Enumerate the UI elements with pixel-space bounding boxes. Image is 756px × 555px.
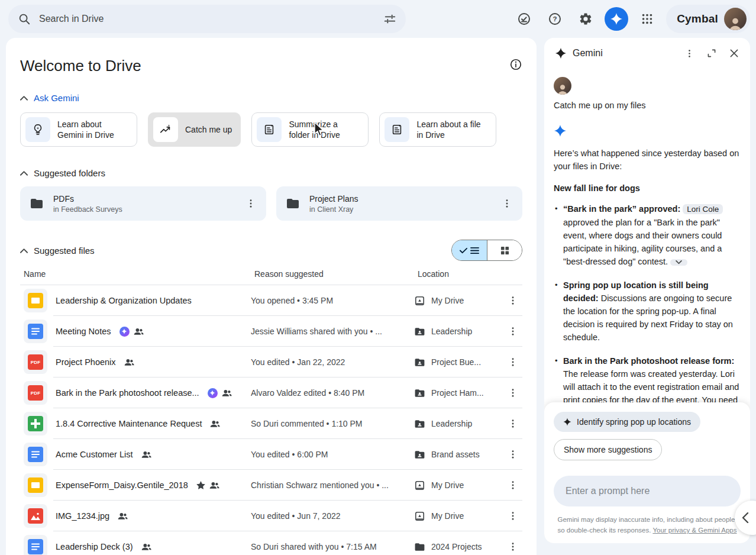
slides-icon — [24, 473, 47, 497]
folder-card-project-plans[interactable]: Project Plans in Client Xray — [276, 186, 522, 221]
file-name: ExpenseForm_Daisy.Gentile_2018 — [56, 480, 188, 490]
gemini-toggle-button[interactable] — [605, 7, 628, 31]
column-header-name[interactable]: Name — [20, 269, 251, 279]
location-label: Project Bue... — [431, 357, 481, 367]
expand-chevron-icon[interactable] — [670, 259, 687, 266]
close-panel-icon[interactable] — [724, 43, 744, 63]
table-row[interactable]: Acme Customer List You edited • 6:00 PM … — [20, 439, 522, 470]
suggested-files-toggle[interactable]: Suggested files — [20, 246, 95, 256]
person-chip[interactable]: Lori Cole — [683, 204, 723, 214]
bullet-lead: “Bark in the park” approved: — [563, 204, 680, 214]
suggestion-chip[interactable]: Identify spring pop up locations — [554, 412, 700, 432]
shared-people-icon — [209, 481, 219, 489]
search-input[interactable] — [39, 14, 383, 24]
file-name: Acme Customer List — [56, 450, 133, 459]
learn-about-file-button[interactable]: Learn about a file in Drive — [379, 112, 496, 147]
file-name: 1.8.4 Corrective Maintenance Request — [56, 419, 202, 428]
table-row[interactable]: Leadership & Organization Updates You op… — [20, 285, 522, 316]
folder-icon — [286, 196, 300, 211]
table-row[interactable]: Meeting Notes Jessie Williams shared wit… — [20, 316, 522, 347]
gemini-disclaimer: Gemini may display inaccurate info, incl… — [554, 515, 741, 536]
reason-suggested: Alvaro Valdez edited • 8:40 PM — [251, 388, 414, 398]
suggested-folders-toggle[interactable]: Suggested folders — [20, 168, 522, 178]
ask-gemini-toggle[interactable]: Ask Gemini — [20, 93, 522, 103]
avatar[interactable] — [724, 8, 747, 30]
my-drive-icon — [414, 480, 425, 491]
shared-people-icon — [141, 543, 151, 551]
info-icon[interactable] — [509, 58, 522, 71]
file-location[interactable]: My Drive — [414, 511, 499, 522]
file-location[interactable]: My Drive — [414, 480, 499, 491]
docs-icon — [24, 535, 47, 555]
table-row[interactable]: Leadership Deck (3) So Duri shared with … — [20, 531, 522, 555]
search-bar[interactable] — [8, 5, 406, 33]
more-options-icon[interactable] — [503, 506, 522, 525]
more-options-icon[interactable] — [503, 445, 522, 464]
svg-text:?: ? — [553, 15, 557, 22]
star-badge-icon — [196, 481, 205, 489]
more-options-icon[interactable] — [503, 353, 522, 372]
file-location[interactable]: 2024 Projects — [414, 541, 499, 553]
column-header-reason[interactable]: Reason suggested — [251, 269, 414, 279]
file-location[interactable]: My Drive — [414, 295, 499, 306]
table-row[interactable]: 1.8.4 Corrective Maintenance Request So … — [20, 408, 522, 439]
bullet-lead: Bark in the Park photoshoot release form… — [563, 356, 734, 366]
table-row[interactable]: IMG_1234.jpg You edited • Jun 7, 2022 My… — [20, 501, 522, 531]
list-view-button[interactable] — [452, 240, 487, 260]
drive-main-panel: Welcome to Drive Ask Gemini Learn about … — [6, 38, 537, 555]
file-location[interactable]: Project Bue... — [414, 357, 499, 368]
column-header-location[interactable]: Location — [414, 269, 499, 279]
gemini-bullet: Spring pop up location is still being de… — [554, 279, 741, 344]
apps-grid-icon[interactable] — [635, 7, 659, 31]
reason-suggested: You edited • Jun 7, 2022 — [251, 511, 414, 521]
gemini-spark-icon — [555, 47, 567, 59]
more-options-icon[interactable] — [503, 291, 522, 310]
expand-panel-icon[interactable] — [702, 43, 722, 63]
more-options-icon[interactable] — [497, 194, 516, 213]
table-row[interactable]: PDF Project Phoenix You edited • Jan 22,… — [20, 347, 522, 377]
table-row[interactable]: PDF Bark in the Park photoshoot release.… — [20, 377, 522, 408]
file-location[interactable]: Brand assets — [414, 449, 499, 460]
list-view-icon — [470, 247, 479, 254]
shared-people-icon — [141, 450, 151, 459]
view-toggle[interactable] — [451, 240, 522, 261]
search-filters-icon[interactable] — [383, 12, 396, 25]
folder-card-pdfs[interactable]: PDFs in Feedback Surveys — [20, 186, 266, 221]
grid-view-button[interactable] — [487, 240, 522, 260]
more-options-icon[interactable] — [503, 414, 522, 433]
prompt-input[interactable] — [554, 476, 741, 506]
more-options-icon[interactable] — [503, 476, 522, 495]
grid-view-icon — [500, 246, 509, 255]
panel-more-options-icon[interactable] — [679, 43, 699, 63]
folder-name: Project Plans — [309, 194, 358, 204]
action-label: Catch me up — [185, 124, 232, 135]
suggestion-label: Identify spring pop up locations — [577, 417, 691, 427]
account-pill[interactable]: Cymbal — [666, 5, 750, 33]
show-more-suggestions-button[interactable]: Show more suggestions — [554, 439, 662, 460]
privacy-link[interactable]: Your privacy & Gemini Apps — [652, 527, 736, 534]
action-label: Summarize a folder in Drive — [289, 119, 360, 140]
file-location[interactable]: Project Ham... — [414, 388, 499, 399]
more-options-icon[interactable] — [241, 194, 260, 213]
more-options-icon[interactable] — [503, 322, 522, 341]
catch-me-up-button[interactable]: Catch me up — [148, 112, 241, 147]
lightbulb-spark-icon — [25, 117, 50, 142]
shared-folder-icon — [414, 418, 425, 430]
offline-status-icon[interactable] — [512, 7, 536, 31]
folder-icon — [414, 541, 425, 553]
action-label: Learn about a file in Drive — [416, 119, 487, 140]
summarize-folder-button[interactable]: Summarize a folder in Drive — [251, 112, 369, 147]
spark-icon — [563, 418, 571, 426]
learn-about-gemini-button[interactable]: Learn about Gemini in Drive — [20, 112, 137, 147]
file-location[interactable]: Leadership — [414, 418, 499, 430]
help-icon[interactable]: ? — [543, 7, 567, 31]
gemini-response-spark-icon — [554, 124, 741, 137]
table-row[interactable]: ExpenseForm_Daisy.Gentile_2018 Christian… — [20, 470, 522, 501]
shared-people-icon — [118, 512, 128, 520]
file-location[interactable]: Leadership — [414, 326, 499, 337]
gemini-panel-title: Gemini — [573, 48, 603, 59]
more-options-icon[interactable] — [503, 383, 522, 402]
show-more-label: Show more suggestions — [564, 445, 652, 454]
more-options-icon[interactable] — [503, 537, 522, 555]
settings-gear-icon[interactable] — [574, 7, 597, 31]
